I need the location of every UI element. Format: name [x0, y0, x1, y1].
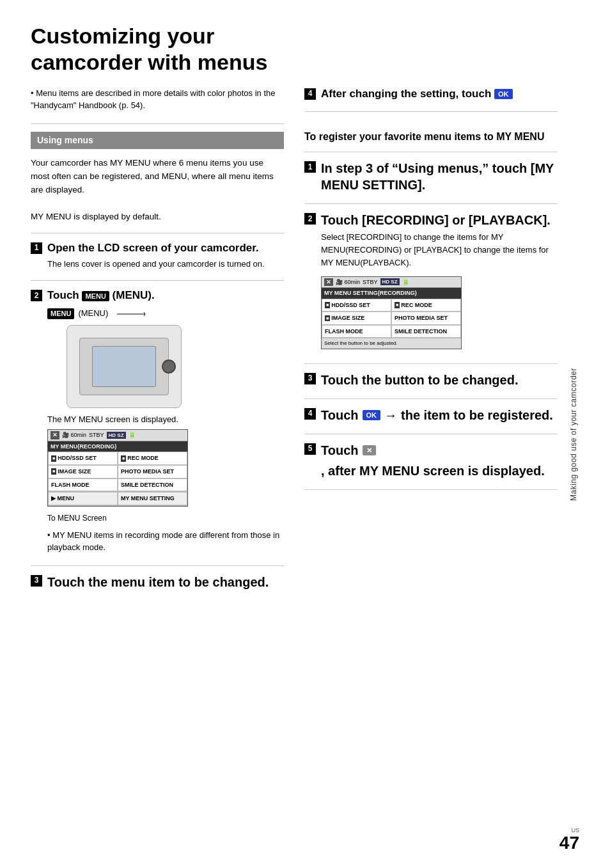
register-step-1-title: In step 3 of “Using menus,” touch [MY ME…: [321, 160, 558, 193]
register-step-5-num: 5: [304, 443, 316, 455]
menu-cell-hdd: ■HDD/SSD SET: [48, 452, 118, 465]
register-step-2-content: Touch [RECORDING] or [PLAYBACK]. Select …: [321, 212, 558, 356]
setting-title: MY MENU SETTING(RECORDING): [322, 288, 461, 299]
right-sidebar: Making good use of your camcorder: [568, 23, 579, 845]
step-2: 2 Touch MENU (MENU). MENU (MENU): [31, 288, 284, 557]
menu-cell-smile: SMILE DETECTION: [118, 478, 187, 492]
page-number-area: US 47: [559, 826, 579, 853]
x-badge: ✕: [363, 445, 376, 455]
ok-badge-top: OK: [494, 89, 513, 99]
register-step-4-num: 4: [304, 408, 316, 420]
x-button-2: ✕: [324, 278, 333, 287]
arrow-diagram: [117, 310, 148, 319]
divider: [304, 398, 558, 399]
my-menu-title: MY MENU(RECORDING): [48, 441, 187, 452]
divider: [304, 152, 558, 152]
step-4-top-title: After changing the setting, touch OK: [321, 87, 558, 101]
my-menu-setting-screen: ✕ 🎥 60min STBY HD SZ 🔋 MY MENU SETTING(R…: [321, 276, 462, 349]
step-4-top-num: 4: [304, 88, 316, 100]
register-step-4: 4 Touch OK → the item to be registered.: [304, 407, 558, 426]
my-menu-setting-btn: MY MENU SETTING: [118, 492, 187, 505]
divider: [31, 233, 284, 233]
hd-badge: HD SZ: [107, 432, 126, 439]
setting-footer: Select the button to be adjusted.: [322, 338, 461, 348]
menu-cell-rec: ■REC MODE: [118, 452, 187, 465]
setting-grid: ■HDD/SSD SET ■REC MODE ■IMAGE SIZE PHOTO…: [322, 299, 461, 339]
setting-cell-flash: FLASH MODE: [322, 325, 391, 338]
menu-label: MENU (MENU): [47, 308, 284, 319]
step-1: 1 Open the LCD screen of your camcorder.…: [31, 241, 284, 273]
register-step-2-title: Touch [RECORDING] or [PLAYBACK].: [321, 212, 558, 228]
register-step-1-content: In step 3 of “Using menus,” touch [MY ME…: [321, 160, 558, 196]
divider: [304, 111, 558, 112]
step-2-note: MY MENU items in recording mode are diff…: [47, 529, 284, 554]
step-2-caption: The MY MENU screen is displayed.: [47, 413, 284, 426]
my-menu-screen: ✕ 🎥 60min STBY HD SZ 🔋 MY MENU(RECORDING…: [47, 429, 188, 507]
register-step-4-content: Touch OK → the item to be registered.: [321, 407, 558, 426]
menu-button: ▶ MENU: [48, 492, 118, 505]
setting-cell-hdd: ■HDD/SSD SET: [322, 299, 391, 312]
camcorder-image: [66, 325, 182, 408]
register-step-3: 3 Touch the button to be changed.: [304, 372, 558, 391]
setting-cell-img: ■IMAGE SIZE: [322, 312, 391, 325]
menu-cell-photo: PHOTO MEDIA SET: [118, 465, 187, 478]
step-1-content: Open the LCD screen of your camcorder. T…: [47, 241, 284, 273]
ok-badge: OK: [363, 410, 381, 420]
my-menu-topbar: ✕ 🎥 60min STBY HD SZ 🔋: [48, 430, 187, 441]
my-menu-grid: ■HDD/SSD SET ■REC MODE ■IMAGE SIZE PHOTO…: [48, 452, 187, 492]
step-3-num: 3: [31, 575, 42, 587]
page: Customizing your camcorder with menus Me…: [0, 0, 610, 868]
divider: [304, 489, 558, 490]
step-1-num: 1: [31, 242, 42, 254]
menu-cell-img: ■IMAGE SIZE: [48, 465, 118, 478]
intro-bullet: Menu items are described in more details…: [31, 87, 284, 112]
menu-btn-row: ▶ MENU MY MENU SETTING: [48, 492, 187, 506]
lens-icon: [162, 359, 176, 374]
menu-label-text: (MENU): [78, 308, 108, 319]
menu-badge: MENU: [82, 291, 109, 301]
page-number: 47: [559, 833, 579, 853]
setting-cell-rec: ■REC MODE: [391, 299, 461, 312]
step-4-top: 4 After changing the setting, touch OK: [304, 87, 558, 104]
register-step-5-title: Touch ✕ , after MY MENU screen is displa…: [321, 442, 558, 479]
step-2-content: Touch MENU (MENU). MENU (MENU): [47, 288, 284, 557]
register-step-4-title: Touch OK → the item to be registered.: [321, 407, 558, 423]
register-step-3-num: 3: [304, 373, 316, 384]
divider: [304, 434, 558, 434]
register-step-3-content: Touch the button to be changed.: [321, 372, 558, 391]
x-button: ✕: [51, 431, 59, 439]
menu-label-badge: MENU: [47, 308, 74, 319]
register-step-1: 1 In step 3 of “Using menus,” touch [MY …: [304, 160, 558, 196]
setting-cell-photo: PHOTO MEDIA SET: [391, 312, 461, 325]
register-step-3-title: Touch the button to be changed.: [321, 372, 558, 388]
register-step-2-num: 2: [304, 213, 316, 225]
step-1-title: Open the LCD screen of your camcorder.: [47, 241, 284, 255]
hd-badge-2: HD SZ: [380, 278, 400, 285]
using-menus-heading: Using menus: [31, 132, 284, 150]
step-1-body: The lens cover is opened and your camcor…: [47, 258, 284, 271]
register-step-5-content: Touch ✕ , after MY MENU screen is displa…: [321, 442, 558, 482]
step-3-title: Touch the menu item to be changed.: [47, 574, 284, 590]
using-menus-body: Your camcorder has MY MENU where 6 menu …: [31, 157, 284, 224]
register-step-5: 5 Touch ✕ , after MY MENU screen is disp…: [304, 442, 558, 482]
step-4-top-content: After changing the setting, touch OK: [321, 87, 558, 104]
to-menu-label: To MENU Screen: [47, 513, 284, 524]
step-2-num: 2: [31, 290, 42, 301]
setting-topbar: ✕ 🎥 60min STBY HD SZ 🔋: [322, 277, 461, 288]
menu-cell-flash: FLASH MODE: [48, 478, 118, 492]
divider: [304, 203, 558, 204]
divider: [31, 565, 284, 566]
left-column: Menu items are described in more details…: [31, 87, 284, 597]
divider: [31, 280, 284, 281]
step-3: 3 Touch the menu item to be changed.: [31, 574, 284, 593]
setting-cell-smile: SMILE DETECTION: [391, 325, 461, 338]
step-3-content: Touch the menu item to be changed.: [47, 574, 284, 593]
register-step-2: 2 Touch [RECORDING] or [PLAYBACK]. Selec…: [304, 212, 558, 356]
divider: [31, 123, 284, 124]
register-step-1-num: 1: [304, 161, 316, 173]
register-step-2-body: Select [RECORDING] to change the items f…: [321, 231, 558, 269]
main-content: Customizing your camcorder with menus Me…: [31, 23, 568, 845]
right-column: 4 After changing the setting, touch OK T…: [304, 87, 558, 597]
page-title: Customizing your camcorder with menus: [31, 23, 558, 75]
divider: [304, 363, 558, 364]
